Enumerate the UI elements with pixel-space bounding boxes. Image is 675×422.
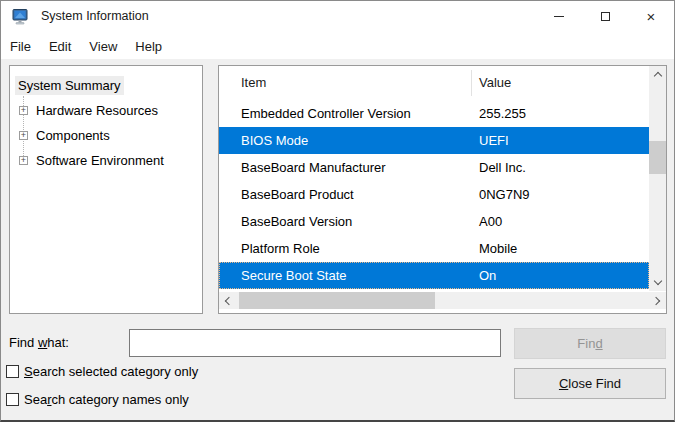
window-controls: ×: [536, 1, 674, 32]
chevron-up-icon: [653, 72, 661, 80]
tree-item-label: Components: [33, 126, 113, 145]
list-row-embedded-controller-version[interactable]: Embedded Controller Version 255.255: [219, 100, 649, 127]
close-button[interactable]: ×: [628, 1, 674, 32]
scroll-down-button[interactable]: [649, 274, 666, 291]
column-header-value[interactable]: Value: [479, 75, 511, 90]
find-button[interactable]: Find: [514, 328, 666, 359]
menubar: File Edit View Help: [1, 33, 674, 59]
details-list-panel: Item Value Embedded Controller Version 2…: [218, 65, 667, 314]
find-what-input[interactable]: [129, 329, 501, 357]
maximize-button[interactable]: [582, 1, 628, 32]
search-selected-category-row: Search selected category only: [6, 364, 198, 379]
tree-item-components[interactable]: + Components: [10, 125, 113, 145]
scroll-left-button[interactable]: [219, 292, 236, 309]
close-find-button[interactable]: Close Find: [514, 368, 666, 399]
item-cell: Secure Boot State: [241, 262, 347, 289]
tree-item-hardware-resources[interactable]: + Hardware Resources: [10, 100, 161, 120]
minimize-button[interactable]: [536, 1, 582, 32]
list-row-baseboard-manufacturer[interactable]: BaseBoard Manufacturer Dell Inc.: [219, 154, 649, 181]
value-cell: 255.255: [479, 100, 526, 127]
tree-item-label: System Summary: [15, 76, 124, 95]
scroll-up-button[interactable]: [649, 66, 666, 83]
item-cell: BaseBoard Product: [241, 181, 354, 208]
find-what-label: Find what:: [9, 335, 69, 350]
list-row-platform-role[interactable]: Platform Role Mobile: [219, 235, 649, 262]
item-cell: BIOS Mode: [241, 127, 308, 154]
item-cell: BaseBoard Manufacturer: [241, 154, 386, 181]
expand-plus-icon[interactable]: +: [19, 106, 28, 115]
horizontal-scrollbar[interactable]: [219, 292, 666, 309]
close-icon: ×: [647, 9, 656, 24]
scroll-right-button[interactable]: [649, 292, 666, 309]
chevron-down-icon: [653, 277, 661, 285]
search-category-names-row: Search category names only: [6, 392, 189, 407]
search-category-names-checkbox[interactable]: [6, 393, 19, 406]
chevron-right-icon: [652, 296, 660, 304]
item-cell: BaseBoard Version: [241, 208, 352, 235]
tree-item-label: Hardware Resources: [33, 101, 161, 120]
minimize-icon: [554, 16, 564, 17]
expand-plus-icon[interactable]: +: [19, 156, 28, 165]
search-selected-category-checkbox[interactable]: [6, 365, 19, 378]
menu-view[interactable]: View: [83, 35, 123, 58]
item-cell: Platform Role: [241, 235, 320, 262]
list-header: Item Value: [219, 66, 649, 98]
tree-item-system-summary[interactable]: System Summary: [15, 75, 124, 95]
value-cell: A00: [479, 208, 502, 235]
value-cell: 0NG7N9: [479, 181, 530, 208]
expand-plus-icon[interactable]: +: [19, 131, 28, 140]
window-title: System Information: [41, 1, 149, 32]
column-header-item[interactable]: Item: [241, 75, 266, 90]
value-cell: Dell Inc.: [479, 154, 526, 181]
maximize-icon: [601, 12, 610, 21]
chevron-left-icon: [225, 296, 233, 304]
menu-file[interactable]: File: [4, 35, 37, 58]
list-row-baseboard-product[interactable]: BaseBoard Product 0NG7N9: [219, 181, 649, 208]
search-selected-category-label: Search selected category only: [24, 364, 198, 379]
search-category-names-label: Search category names only: [24, 392, 189, 407]
titlebar: System Information ×: [1, 1, 674, 33]
menu-help[interactable]: Help: [129, 35, 168, 58]
system-information-icon: [12, 8, 30, 26]
category-tree-panel: System Summary + Hardware Resources + Co…: [9, 65, 203, 314]
menu-edit[interactable]: Edit: [43, 35, 77, 58]
value-cell: On: [479, 262, 496, 289]
value-cell: UEFI: [479, 127, 509, 154]
list-row-secure-boot-state[interactable]: Secure Boot State On: [219, 262, 649, 289]
horizontal-scrollbar-thumb[interactable]: [239, 292, 435, 309]
tree-item-software-environment[interactable]: + Software Environment: [10, 150, 167, 170]
vertical-scrollbar-thumb[interactable]: [649, 141, 666, 174]
list-row-baseboard-version[interactable]: BaseBoard Version A00: [219, 208, 649, 235]
item-cell: Embedded Controller Version: [241, 100, 411, 127]
system-information-window: System Information × File Edit View Help…: [0, 0, 675, 422]
vertical-scrollbar[interactable]: [649, 66, 666, 291]
value-cell: Mobile: [479, 235, 517, 262]
column-divider[interactable]: [471, 70, 472, 96]
list-row-bios-mode[interactable]: BIOS Mode UEFI: [219, 127, 649, 154]
tree-item-label: Software Environment: [33, 151, 167, 170]
